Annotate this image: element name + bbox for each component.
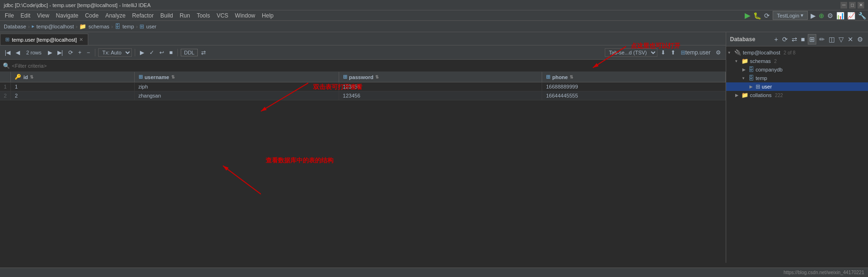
db-diagram-button[interactable]: ◫ <box>828 35 836 44</box>
db-edit-button[interactable]: ✏ <box>818 35 826 44</box>
filter-input[interactable] <box>12 63 107 69</box>
switch-view-button[interactable]: ⇄ <box>199 48 208 57</box>
table-toolbar: |◀ ◀ 2 rows ▶ ▶| ⟳ + − Tx: Auto ▶ ✓ ↩ ■ … <box>0 45 726 60</box>
schemas-label: schemas <box>750 58 771 64</box>
add-row-button[interactable]: + <box>76 48 83 57</box>
menu-run[interactable]: Run <box>177 11 193 20</box>
col-header-id[interactable]: 🔑 id ⇅ <box>11 72 135 82</box>
menu-view[interactable]: View <box>34 11 52 20</box>
tree-companydb[interactable]: ▶ 🗄 companydb <box>726 65 868 74</box>
col-header-username[interactable]: ⊞ username ⇅ <box>134 72 339 82</box>
companydb-label: companydb <box>756 67 783 72</box>
breadcrumb-host[interactable]: temp@localhost <box>37 24 74 29</box>
next-row-button[interactable]: ▶ <box>46 48 54 57</box>
data-tab[interactable]: ⊞ temp.user [temp@localhost] ✕ <box>0 34 88 45</box>
import-button[interactable]: ⬆ <box>669 48 677 57</box>
toolbar-sep3 <box>177 49 178 56</box>
db-sync-button[interactable]: ⇄ <box>791 35 798 44</box>
menu-code[interactable]: Code <box>82 11 102 20</box>
db-add-button[interactable]: + <box>773 35 779 44</box>
refresh-button[interactable]: ⟳ <box>66 48 75 57</box>
submit-button[interactable]: ▶ <box>138 48 146 57</box>
close-button[interactable]: ✕ <box>858 2 864 9</box>
last-row-button[interactable]: ▶| <box>55 48 65 57</box>
settings-icon[interactable]: ⚙ <box>827 12 833 19</box>
menu-vcs[interactable]: VCS <box>214 11 231 20</box>
schemas-icon: 📁 <box>741 58 748 64</box>
tab-label: temp.user [temp@localhost] <box>12 37 77 43</box>
schema-select-button[interactable]: ⊞ temp.user <box>679 48 712 57</box>
menu-refactor[interactable]: Refactor <box>129 11 157 20</box>
cell-username[interactable]: ziph <box>134 82 339 91</box>
cell-id[interactable]: 2 <box>11 91 135 100</box>
tree-root[interactable]: ▾ 🔌 temp@localhost 2 of 8 <box>726 48 868 57</box>
db-filter-button[interactable]: ▽ <box>838 35 845 44</box>
data-table-container[interactable]: 🔑 id ⇅ ⊞ username ⇅ <box>0 72 726 263</box>
cell-password[interactable]: 123456 <box>339 82 542 91</box>
user-table-icon: ⊞ <box>756 83 760 90</box>
rollback-button[interactable]: ↩ <box>157 48 166 57</box>
tab-close-button[interactable]: ✕ <box>79 37 83 42</box>
tree-user[interactable]: ▶ ⊞ user <box>726 82 868 91</box>
table-row[interactable]: 1 1 ziph 123456 16688889999 <box>0 82 726 91</box>
update-icon[interactable]: ⟳ <box>764 12 770 19</box>
menu-edit[interactable]: Edit <box>18 11 33 20</box>
db-grid-button[interactable]: ⊞ <box>808 34 816 45</box>
export-format-select[interactable]: Tab-se...d (TSV) <box>605 48 657 57</box>
tree-collations[interactable]: ▶ 📁 collations 222 <box>726 91 868 99</box>
ddl-button[interactable]: DDL <box>181 49 198 56</box>
menu-analyze[interactable]: Analyze <box>102 11 129 20</box>
table-settings-button[interactable]: ⚙ <box>714 48 723 57</box>
cancel-button[interactable]: ■ <box>167 48 175 57</box>
run-icon[interactable]: ▶ <box>745 11 750 20</box>
table-tab-icon: ⊞ <box>5 36 9 43</box>
db-settings-button[interactable]: ⚙ <box>856 35 864 44</box>
db-tree[interactable]: ▾ 🔌 temp@localhost 2 of 8 ▾ 📁 schemas 2 <box>726 46 868 263</box>
menu-help[interactable]: Help <box>259 11 277 20</box>
db-close-panel-button[interactable]: ✕ <box>847 35 854 44</box>
cell-phone[interactable]: 16644445555 <box>542 91 726 100</box>
commit-button[interactable]: ✓ <box>148 48 156 57</box>
breadcrumb-user[interactable]: user <box>146 24 156 29</box>
menu-build[interactable]: Build <box>157 11 176 20</box>
cell-password[interactable]: 123456 <box>339 91 542 100</box>
profile-button[interactable]: TestLogin ▾ <box>773 11 808 20</box>
collations-icon: 📁 <box>741 92 748 98</box>
breadcrumb-temp[interactable]: temp <box>122 24 134 29</box>
cell-id[interactable]: 1 <box>11 82 135 91</box>
first-row-button[interactable]: |◀ <box>3 48 12 57</box>
breadcrumb-schemas-icon: 📁 <box>79 23 86 30</box>
col-header-password[interactable]: ⊞ password ⇅ <box>339 72 542 82</box>
menu-window[interactable]: Window <box>232 11 258 20</box>
cell-username[interactable]: zhangsan <box>134 91 339 100</box>
breadcrumb-schemas[interactable]: schemas <box>88 24 109 29</box>
user-arrow: ▶ <box>749 84 754 89</box>
profiler-icon[interactable]: 📈 <box>847 12 855 19</box>
root-arrow: ▾ <box>728 50 733 55</box>
run2-icon[interactable]: ▶ <box>811 12 816 19</box>
prev-row-button[interactable]: ◀ <box>14 48 22 57</box>
tree-temp[interactable]: ▾ 🗄 temp <box>726 74 868 82</box>
add-config-icon[interactable]: ⊕ <box>819 12 824 19</box>
devtools-icon[interactable]: 🔧 <box>858 12 866 19</box>
cell-phone[interactable]: 16688889999 <box>542 82 726 91</box>
breadcrumb-database[interactable]: Database <box>4 24 26 29</box>
col-header-phone[interactable]: ⊞ phone ⇅ <box>542 72 726 82</box>
tx-mode-select[interactable]: Tx: Auto <box>98 48 132 57</box>
password-sort-icon: ⇅ <box>375 75 379 80</box>
export-button[interactable]: ⬇ <box>659 48 667 57</box>
remove-row-button[interactable]: − <box>85 48 92 57</box>
db-refresh-button[interactable]: ⟳ <box>781 35 789 44</box>
coverage-icon[interactable]: 📊 <box>836 12 844 19</box>
minimize-button[interactable]: ─ <box>840 2 847 9</box>
title-bar: jdbc [D:\Code\jdbc] - temp.user [temp@lo… <box>0 0 868 10</box>
maximize-button[interactable]: □ <box>849 2 856 9</box>
menu-tools[interactable]: Tools <box>194 11 213 20</box>
db-panel: Database + ⟳ ⇄ ■ ⊞ ✏ ◫ ▽ ✕ ⚙ ▾ <box>726 32 868 263</box>
table-row[interactable]: 2 2 zhangsan 123456 16644445555 <box>0 91 726 100</box>
menu-navigate[interactable]: Navigate <box>53 11 81 20</box>
menu-file[interactable]: File <box>2 11 17 20</box>
debug-icon[interactable]: 🐛 <box>753 12 761 19</box>
tree-schemas[interactable]: ▾ 📁 schemas 2 <box>726 57 868 65</box>
db-stop-button[interactable]: ■ <box>800 35 806 44</box>
